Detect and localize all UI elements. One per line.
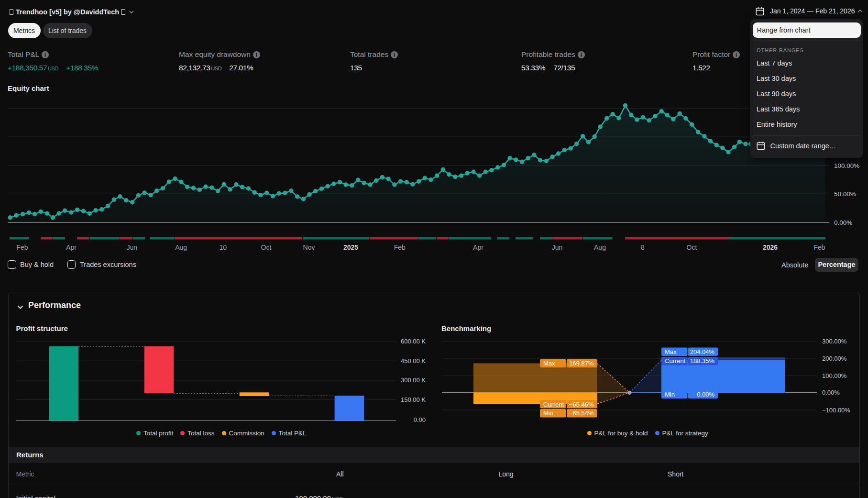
svg-text:−100.00%: −100.00% bbox=[822, 407, 850, 414]
svg-text:Min: Min bbox=[543, 409, 553, 417]
svg-text:Max: Max bbox=[543, 360, 555, 367]
svg-text:Current: Current bbox=[665, 357, 686, 365]
svg-text:Nov: Nov bbox=[303, 243, 315, 251]
svg-text:100.00%: 100.00% bbox=[834, 162, 859, 169]
svg-text:300.00%: 300.00% bbox=[822, 338, 847, 345]
svg-text:0.00%: 0.00% bbox=[822, 389, 840, 396]
svg-text:10: 10 bbox=[219, 243, 227, 251]
svg-text:2026: 2026 bbox=[763, 243, 778, 251]
svg-text:Apr: Apr bbox=[66, 243, 77, 251]
svg-text:Current: Current bbox=[543, 401, 564, 408]
svg-text:100.00%: 100.00% bbox=[822, 372, 847, 379]
svg-text:−65.54%: −65.54% bbox=[569, 409, 594, 417]
svg-text:188.35%: 188.35% bbox=[690, 357, 715, 365]
svg-text:300.00 K: 300.00 K bbox=[401, 376, 426, 384]
svg-text:Feb: Feb bbox=[394, 243, 406, 251]
svg-text:−65.46%: −65.46% bbox=[569, 401, 594, 408]
svg-text:Aug: Aug bbox=[175, 243, 187, 251]
svg-text:200.00%: 200.00% bbox=[822, 355, 847, 362]
svg-text:Feb: Feb bbox=[813, 243, 825, 251]
svg-text:Jun: Jun bbox=[552, 243, 563, 251]
svg-text:Jun: Jun bbox=[126, 243, 137, 251]
svg-text:169.87%: 169.87% bbox=[569, 360, 594, 367]
svg-text:0.00%: 0.00% bbox=[834, 219, 852, 226]
svg-text:8: 8 bbox=[641, 243, 645, 251]
svg-text:2025: 2025 bbox=[343, 243, 358, 251]
svg-text:Max: Max bbox=[665, 348, 677, 355]
svg-text:0.00: 0.00 bbox=[414, 416, 426, 423]
svg-text:Min: Min bbox=[665, 391, 675, 398]
svg-text:Oct: Oct bbox=[261, 243, 272, 251]
svg-text:Aug: Aug bbox=[594, 243, 606, 251]
svg-text:Feb: Feb bbox=[16, 243, 28, 251]
svg-text:150.00 K: 150.00 K bbox=[401, 396, 426, 403]
svg-text:50.00%: 50.00% bbox=[834, 190, 856, 198]
svg-text:Oct: Oct bbox=[687, 243, 697, 251]
svg-text:0.00%: 0.00% bbox=[697, 391, 714, 398]
svg-text:204.04%: 204.04% bbox=[690, 348, 715, 355]
svg-text:600.00 K: 600.00 K bbox=[401, 338, 426, 345]
svg-text:450.00 K: 450.00 K bbox=[401, 357, 426, 365]
svg-text:Apr: Apr bbox=[473, 243, 483, 251]
